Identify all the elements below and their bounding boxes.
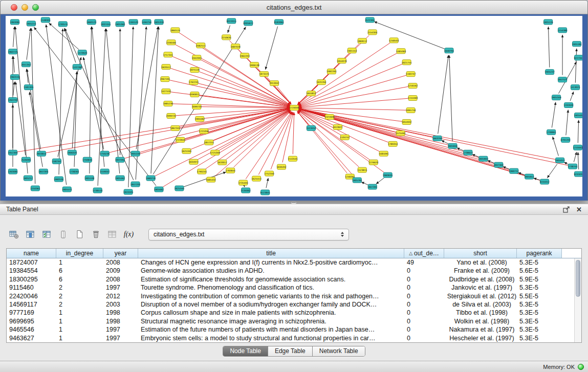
graph-node[interactable]: 1582347 xyxy=(52,159,61,164)
table-row[interactable]: 946554611997Estimation of the future num… xyxy=(7,325,574,334)
graph-node[interactable]: 1052304 xyxy=(8,150,17,155)
graph-node[interactable]: 2099731 xyxy=(166,113,176,118)
delete-table-icon[interactable] xyxy=(89,228,103,241)
scrollbar-thumb[interactable] xyxy=(576,260,580,297)
graph-node[interactable]: 1210463 xyxy=(573,145,582,150)
graph-node[interactable]: 1873225 xyxy=(259,72,269,77)
graph-node[interactable]: 1559047 xyxy=(100,169,110,174)
graph-node[interactable]: 7625340 xyxy=(175,186,184,191)
graph-node[interactable]: 1413025 xyxy=(570,85,580,90)
network-graph[interactable]: 1724046186012422065841757341192051720671… xyxy=(6,16,582,196)
graph-node[interactable]: 2082511 xyxy=(196,43,206,48)
function-builder-icon[interactable]: f(x) xyxy=(122,228,136,241)
graph-node[interactable]: 1230574 xyxy=(58,21,68,27)
graph-node[interactable]: 1752340 xyxy=(265,171,274,176)
graph-node[interactable]: 9245012 xyxy=(540,179,550,184)
graph-node[interactable]: 1154380 xyxy=(558,28,568,33)
graph-node[interactable]: 1962203 xyxy=(240,53,250,58)
zoom-button[interactable] xyxy=(32,4,39,11)
table-row[interactable]: 2242004622012Investigating the contribut… xyxy=(7,292,574,300)
tab-network-table[interactable]: Network Table xyxy=(312,346,365,356)
graph-node[interactable]: 1905349 xyxy=(552,95,561,100)
graph-node[interactable]: 1905360 xyxy=(115,21,125,27)
graph-node[interactable]: 2526095 xyxy=(21,157,31,162)
graph-node[interactable]: 8305672 xyxy=(244,20,253,26)
graph-node[interactable]: 1631264 xyxy=(316,80,326,85)
graph-node[interactable]: 1485091 xyxy=(379,151,388,156)
graph-node[interactable]: 2154304 xyxy=(367,30,377,35)
graph-node[interactable]: 1160747 xyxy=(406,72,416,77)
table-row[interactable]: 969969511998Structural magnetic resonanc… xyxy=(7,317,574,325)
graph-node[interactable]: 1905794 xyxy=(352,178,362,183)
graph-node[interactable]: 1063084 xyxy=(10,19,19,25)
graph-node[interactable]: 1857214 xyxy=(204,140,214,145)
graph-node[interactable]: 1960534 xyxy=(54,177,63,182)
table-row[interactable]: 1456911722003Disruption of a novel membe… xyxy=(7,300,574,309)
table-row[interactable]: 1938455462009Genome-wide association stu… xyxy=(7,267,574,275)
graph-node[interactable]: 1725340 xyxy=(210,150,220,155)
graph-node[interactable]: 1523815 xyxy=(357,167,367,172)
edit-columns-icon[interactable] xyxy=(40,228,54,241)
graph-node[interactable]: 1982265 xyxy=(326,69,336,74)
graph-node[interactable]: 1906138 xyxy=(250,62,259,68)
graph-node[interactable]: 6791203 xyxy=(561,137,571,142)
column-header-short[interactable]: short xyxy=(444,249,517,258)
graph-node[interactable]: 1837092 xyxy=(115,157,125,162)
graph-node[interactable]: 1575493 xyxy=(396,130,405,136)
graph-node[interactable]: 2206584 xyxy=(166,40,176,45)
graph-node[interactable]: 1750236 xyxy=(100,151,110,156)
graph-node[interactable]: 1847523 xyxy=(558,77,568,82)
graph-node[interactable]: 1905957 xyxy=(525,174,534,179)
graph-node[interactable]: 1723945 xyxy=(176,137,185,142)
column-selector-icon[interactable] xyxy=(24,228,37,241)
graph-node[interactable]: 1735404 xyxy=(238,180,248,185)
graph-node[interactable]: 1648794 xyxy=(444,48,454,53)
graph-node[interactable]: 1895758 xyxy=(406,107,416,113)
graph-node[interactable]: 1494756 xyxy=(142,19,151,25)
graph-node[interactable]: 1699734 xyxy=(192,104,202,110)
graph-node[interactable]: 7134062 xyxy=(241,188,251,193)
graph-node[interactable]: 1905108 xyxy=(84,176,94,181)
graph-node[interactable]: 1184520 xyxy=(128,19,138,25)
graph-node[interactable]: 1960123 xyxy=(86,19,96,25)
graph-node[interactable]: 1104747 xyxy=(340,135,350,140)
graph-node[interactable]: 1427532 xyxy=(161,89,171,94)
graph-node[interactable]: 1905334 xyxy=(130,151,140,156)
table-row[interactable]: 1830029562008Estimation of significance … xyxy=(7,275,574,283)
graph-node[interactable]: 9245032 xyxy=(574,171,582,177)
graph-node[interactable]: 1847305 xyxy=(38,169,48,174)
graph-node[interactable]: 1869112 xyxy=(357,38,367,43)
graph-node[interactable]: 1905462 xyxy=(115,176,125,181)
tab-node-table[interactable]: Node Table xyxy=(223,346,268,356)
graph-node[interactable]: 1847203 xyxy=(130,182,140,187)
graph-node[interactable]: 1854078 xyxy=(337,58,346,63)
graph-node[interactable]: 9227341 xyxy=(574,55,582,60)
graph-node[interactable]: 1248503 xyxy=(389,38,399,43)
graph-node[interactable]: 2090817 xyxy=(190,92,200,97)
window-titlebar[interactable]: citations_edges.txt xyxy=(1,1,587,14)
import-table-icon[interactable] xyxy=(105,228,119,241)
graph-node[interactable]: 1905126 xyxy=(543,19,553,25)
graph-node[interactable]: 1687028 xyxy=(231,44,241,49)
graph-node[interactable]: 1905237 xyxy=(545,70,555,75)
graph-node[interactable]: 2051342 xyxy=(21,62,31,67)
graph-node[interactable]: 1276620 xyxy=(368,160,378,165)
close-panel-icon[interactable]: ✕ xyxy=(576,206,582,213)
graph-node[interactable]: 2250361 xyxy=(30,186,40,191)
column-header-name[interactable]: name xyxy=(7,249,56,258)
graph-node[interactable]: 1960218 xyxy=(146,176,156,181)
graph-node[interactable]: 1760844 xyxy=(226,168,235,173)
graph-node[interactable]: 1721056 xyxy=(199,128,209,134)
graph-node[interactable]: 1867341 xyxy=(170,125,180,130)
graph-node[interactable]: 9123845 xyxy=(260,190,270,195)
graph-node[interactable]: 1750834 xyxy=(82,157,92,162)
column-header-out_de[interactable]: △out_de… xyxy=(404,249,444,258)
graph-node[interactable]: 1905846 xyxy=(448,143,458,148)
graph-node[interactable]: 1790245 xyxy=(197,169,207,174)
graph-node[interactable]: 1830202 xyxy=(276,164,286,169)
graph-node[interactable]: 1762245 xyxy=(189,80,199,85)
graph-node[interactable]: 1834972 xyxy=(189,159,199,164)
table-row[interactable]: 977716911998Corpus callosum shape and si… xyxy=(7,309,574,317)
graph-node[interactable]: 1960635 xyxy=(383,172,393,178)
graph-node[interactable]: 8372015 xyxy=(227,18,236,24)
